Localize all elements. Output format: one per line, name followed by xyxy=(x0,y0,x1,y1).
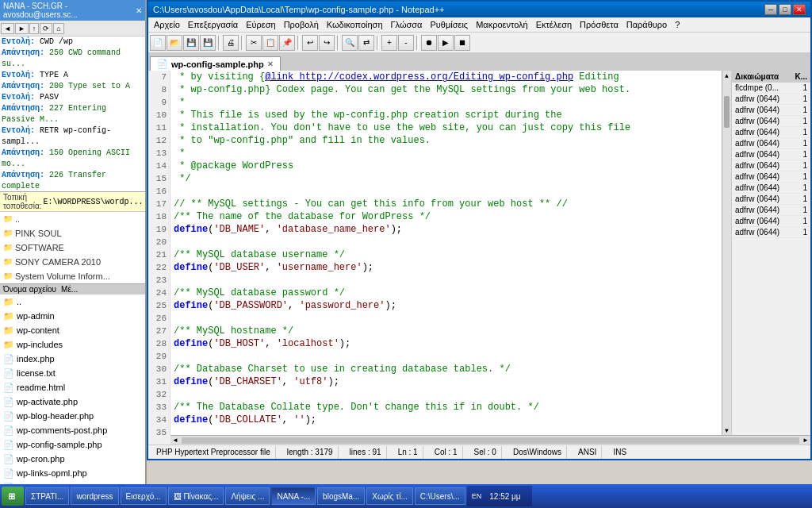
code-content[interactable]: * by visiting {@link http://codex.wordpr… xyxy=(170,71,722,435)
print-btn[interactable]: 🖨 xyxy=(223,35,239,51)
menu-epexergasia[interactable]: Επεξεργασία xyxy=(184,19,242,30)
minimize-button[interactable]: ─ xyxy=(764,4,777,15)
file-header-name: Όνομα αρχείου xyxy=(3,285,56,294)
toolbar-sep-6 xyxy=(416,36,419,50)
scroll-up[interactable]: ▲ xyxy=(722,71,731,80)
paste-btn[interactable]: 📌 xyxy=(279,35,295,51)
clock: 12:52 μμ xyxy=(483,492,527,501)
code-line-24: /** MySQL database password */ xyxy=(174,287,718,299)
h-scroll-thumb[interactable] xyxy=(182,437,799,444)
file-item-blogheader[interactable]: 📄wp-blog-header.php xyxy=(0,409,145,423)
menu-kodikop[interactable]: Κωδικοποίηση xyxy=(323,19,387,30)
code-editor[interactable]: 7 8 9 10 11 12 13 14 15 16 17 18 19 20 2… xyxy=(148,71,731,435)
rights-item-10: adfrw (0644)1 xyxy=(732,183,810,194)
menu-provoli[interactable]: Προβολή xyxy=(280,19,323,30)
file-item-readme[interactable]: 📄readme.html xyxy=(0,380,145,394)
line-numbers: 7 8 9 10 11 12 13 14 15 16 17 18 19 20 2… xyxy=(148,71,170,435)
file-item-activate[interactable]: 📄wp-activate.php xyxy=(0,394,145,409)
content-area: 7 8 9 10 11 12 13 14 15 16 17 18 19 20 2… xyxy=(148,71,810,435)
ftp-btn-3[interactable]: ↑ xyxy=(29,23,40,34)
status-ln: Ln : 1 xyxy=(393,446,423,459)
file-item-license[interactable]: 📄license.txt xyxy=(0,366,145,380)
redo-btn[interactable]: ↪ xyxy=(319,35,335,51)
menu-makro[interactable]: Μακροεντολή xyxy=(472,19,532,30)
code-line-13: * xyxy=(174,147,718,160)
taskbar-btn-strati[interactable]: ΣΤΡΑΤΙ... xyxy=(25,487,69,505)
hscroll-left[interactable]: ◄ xyxy=(170,436,180,445)
ftp-btn-5[interactable]: ⌂ xyxy=(53,23,63,34)
menu-eyresi[interactable]: Εύρεση xyxy=(242,19,279,30)
tab-close-icon[interactable]: ✕ xyxy=(267,60,274,68)
menu-help[interactable]: ? xyxy=(671,19,684,30)
rights-item-12: adfrw (0644)1 xyxy=(732,205,810,216)
taskbar-btn-lipseis[interactable]: Λήψεις ... xyxy=(225,487,270,505)
find-btn[interactable]: 🔍 xyxy=(342,35,358,51)
ln-25: 25 xyxy=(151,299,167,312)
toolbar-sep-4 xyxy=(337,36,339,50)
ftp-btn-2[interactable]: ► xyxy=(15,23,29,34)
menu-parathyro[interactable]: Παράθυρο xyxy=(622,19,671,30)
ln-14: 14 xyxy=(151,160,167,172)
close-button[interactable]: ✕ xyxy=(793,4,806,15)
taskbar-btn-pinakas[interactable]: 🖼 Πίνακας... xyxy=(168,487,224,505)
local-section: Τοπική τοποθεσία: E:\WORDPRESS\wordp... … xyxy=(0,192,145,508)
ftp-close-icon[interactable]: ✕ xyxy=(136,6,142,15)
copy-btn[interactable]: 📋 xyxy=(262,35,278,51)
taskbar-btn-eisex[interactable]: Εισερχό... xyxy=(121,487,167,505)
menu-glossa[interactable]: Γλώσσα xyxy=(387,19,427,30)
tab-config[interactable]: 📄 wp-config-sample.php ✕ xyxy=(150,56,281,71)
menu-arxeio[interactable]: Αρχείο xyxy=(150,19,184,30)
zoom-in-btn[interactable]: + xyxy=(381,35,397,51)
taskbar-btn-xoris[interactable]: Χωρίς τί... xyxy=(366,487,413,505)
code-line-30: /** Database Charset to use in creating … xyxy=(174,363,718,375)
menu-prostheta[interactable]: Πρόσθετα xyxy=(576,19,622,30)
file-item-index[interactable]: 📄index.php xyxy=(0,352,145,366)
cut-btn[interactable]: ✂ xyxy=(246,35,262,51)
file-item-links[interactable]: 📄wp-links-opml.php xyxy=(0,466,145,480)
scroll-thumb[interactable] xyxy=(724,96,730,128)
taskbar-btn-nana[interactable]: NANA -... xyxy=(271,487,316,505)
taskbar-btn-blogs[interactable]: blogsMa... xyxy=(317,487,365,505)
ftp-log-entoli-2: Εντολή: TYPE A xyxy=(0,70,145,81)
maximize-button[interactable]: □ xyxy=(779,4,791,15)
taskbar-btn-wordpress[interactable]: wordpress xyxy=(71,487,118,505)
taskbar-btn-cusers[interactable]: C:\Users\... xyxy=(415,487,465,505)
file-item-wpincludes[interactable]: 📁wp-includes xyxy=(0,337,145,352)
new-btn[interactable]: 📄 xyxy=(150,35,166,51)
replace-btn[interactable]: ⇄ xyxy=(358,35,374,51)
ftp-btn-1[interactable]: ◄ xyxy=(1,23,14,34)
folder-item-sony[interactable]: 📁SONY CAMERA 2010 xyxy=(0,255,145,269)
hscroll-right[interactable]: ► xyxy=(801,436,810,445)
folder-item-system[interactable]: 📁System Volume Inform... xyxy=(0,269,145,283)
folder-item-pinksoul[interactable]: 📁PINK SOUL xyxy=(0,226,145,241)
ln-8: 8 xyxy=(151,83,167,96)
macro-play-btn[interactable]: ▶ xyxy=(438,35,454,51)
right-panel-header: Δικαιώματα Κ... xyxy=(732,71,810,83)
save-btn[interactable]: 💾 xyxy=(183,35,199,51)
file-item-wpcontent[interactable]: 📁wp-content xyxy=(0,323,145,337)
menu-ektelesi[interactable]: Εκτέλεση xyxy=(532,19,576,30)
editor-scrollbar[interactable]: ▲ ▼ xyxy=(722,71,731,435)
start-button[interactable]: ⊞ xyxy=(2,487,24,506)
macro-btn[interactable]: ⏺ xyxy=(421,35,437,51)
folder-item-software[interactable]: 📁SOFTWARE xyxy=(0,241,145,255)
ln-21: 21 xyxy=(151,248,167,261)
menu-rythmiseis[interactable]: Ρυθμίσεις xyxy=(426,19,472,30)
ftp-btn-4[interactable]: ⟳ xyxy=(40,23,52,34)
undo-btn[interactable]: ↩ xyxy=(302,35,318,51)
folder-item-up[interactable]: 📁.. xyxy=(0,212,145,226)
file-item-config[interactable]: 📄wp-config-sample.php xyxy=(0,437,145,452)
file-item-up[interactable]: 📁.. xyxy=(0,294,145,309)
file-item-cron[interactable]: 📄wp-cron.php xyxy=(0,452,145,466)
zoom-out-btn[interactable]: - xyxy=(398,35,414,51)
rights-item-13: adfrw (0644)1 xyxy=(732,216,810,227)
file-icon-comments: 📄 xyxy=(3,424,14,437)
saveall-btn[interactable]: 💾 xyxy=(200,35,216,51)
open-btn[interactable]: 📂 xyxy=(167,35,182,51)
code-line-23 xyxy=(174,274,718,287)
macro-stop-btn[interactable]: ⏹ xyxy=(454,35,470,51)
scroll-down[interactable]: ▼ xyxy=(722,425,731,435)
file-item-comments[interactable]: 📄wp-comments-post.php xyxy=(0,423,145,437)
h-scrollbar[interactable]: ◄ ► xyxy=(170,435,810,444)
file-item-wpadmin[interactable]: 📁wp-admin xyxy=(0,309,145,323)
